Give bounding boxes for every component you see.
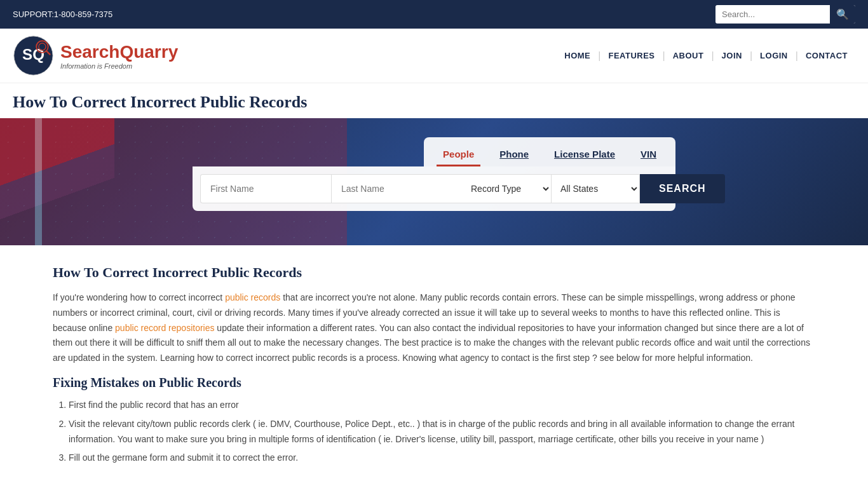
public-records-link[interactable]: public records xyxy=(225,292,280,302)
nav-about[interactable]: ABOUT xyxy=(665,51,712,60)
search-tabs: People Phone License Plate VIN xyxy=(193,137,675,166)
top-bar: SUPPORT:1-800-859-7375 🔍 xyxy=(0,0,868,29)
section2-heading: Fixing Mistakes on Public Records xyxy=(53,376,815,390)
search-widget: People Phone License Plate VIN Record Ty… xyxy=(193,137,675,211)
nav-features[interactable]: FEATURES xyxy=(600,51,662,60)
top-search-box[interactable]: 🔍 xyxy=(715,5,855,24)
hero-banner: People Phone License Plate VIN Record Ty… xyxy=(0,118,868,245)
content-area: How To Correct Incorrect Public Records … xyxy=(40,245,828,488)
list-item: Visit the relevant city/town public reco… xyxy=(69,417,815,447)
nav-join[interactable]: JOIN xyxy=(714,51,750,60)
tabs-container: People Phone License Plate VIN xyxy=(424,137,675,166)
svg-text:SQ: SQ xyxy=(22,46,44,63)
page-title-bar: How To Correct Incorrect Public Records xyxy=(0,83,868,118)
support-info: SUPPORT:1-800-859-7375 xyxy=(13,10,112,19)
tab-vin[interactable]: VIN xyxy=(634,144,663,166)
search-button[interactable]: SEARCH xyxy=(640,174,725,203)
top-search-input[interactable] xyxy=(715,6,830,22)
first-name-input[interactable] xyxy=(200,174,331,203)
section1-heading: How To Correct Incorrect Public Records xyxy=(53,264,815,281)
top-search-button[interactable]: 🔍 xyxy=(830,5,855,24)
public-record-repos-link[interactable]: public record repositories xyxy=(115,323,214,333)
nav-login[interactable]: LOGIN xyxy=(752,51,796,60)
logo-brand: SearchQuarry xyxy=(60,42,178,62)
last-name-input[interactable] xyxy=(331,174,462,203)
logo-area[interactable]: SQ SearchQuarry Information is Freedom xyxy=(13,35,178,76)
logo-text: SearchQuarry Information is Freedom xyxy=(60,42,178,70)
section1-paragraph: If you're wondering how to correct incor… xyxy=(53,290,815,366)
nav-contact[interactable]: CONTACT xyxy=(798,51,855,60)
list-item: First find the public record that has an… xyxy=(69,398,815,413)
list-item: Fill out the germane form and submit it … xyxy=(69,451,815,466)
tab-license-plate[interactable]: License Plate xyxy=(548,144,621,166)
state-select[interactable]: All States Alabama Alaska Arizona Califo… xyxy=(551,174,640,203)
nav-home[interactable]: HOME xyxy=(557,51,598,60)
page-title: How To Correct Incorrect Public Records xyxy=(13,93,855,112)
tab-phone[interactable]: Phone xyxy=(493,144,535,166)
tab-people[interactable]: People xyxy=(437,144,480,166)
logo-icon: SQ xyxy=(13,35,54,76)
logo-tagline: Information is Freedom xyxy=(60,62,178,70)
header: SQ SearchQuarry Information is Freedom H… xyxy=(0,29,868,83)
search-form-row: Record Type All Record Types Background … xyxy=(193,166,675,211)
record-type-select[interactable]: Record Type All Record Types Background … xyxy=(462,174,551,203)
fixing-mistakes-list: First find the public record that has an… xyxy=(53,398,815,466)
main-nav: HOME | FEATURES | ABOUT | JOIN | LOGIN |… xyxy=(557,50,855,62)
